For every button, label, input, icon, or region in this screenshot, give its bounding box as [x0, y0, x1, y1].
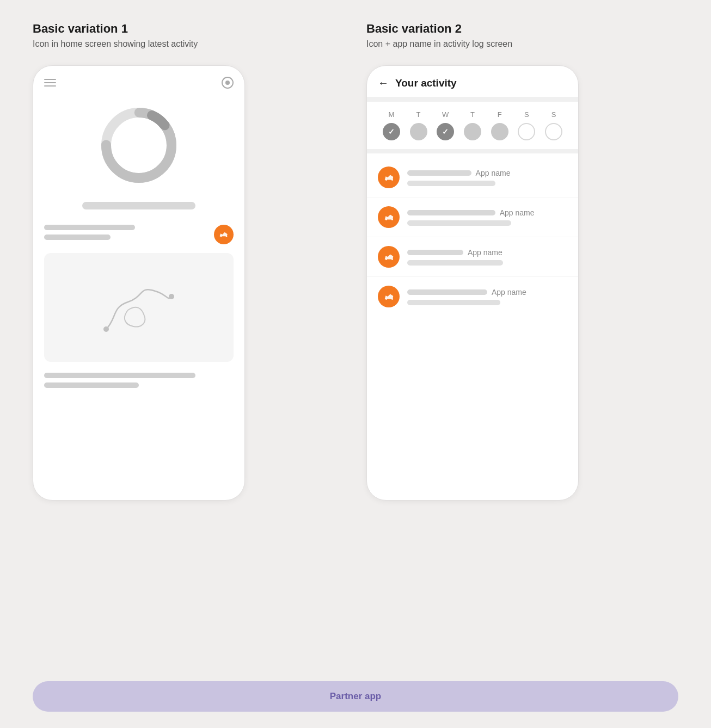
activity-icon-4: [378, 286, 400, 307]
variation-2-subtitle: Icon + app name in activity log screen: [366, 39, 678, 49]
v2-day-label-t1: T: [416, 110, 421, 119]
svg-point-12: [391, 258, 393, 260]
v2-day-circle-f[interactable]: [491, 123, 508, 140]
shoe-icon-4: [383, 291, 395, 303]
activity-item-1[interactable]: App name: [367, 158, 578, 198]
v2-day-label-t2: T: [470, 110, 475, 119]
map-path-svg: [84, 264, 193, 351]
partner-text: Partner app: [330, 691, 381, 701]
v2-day-col-w: W ✓: [437, 110, 454, 140]
shoe-icon-3: [383, 251, 395, 263]
v2-divider-2: [367, 149, 578, 153]
v2-item-bar-4: [407, 289, 487, 295]
hamburger-icon[interactable]: [44, 79, 56, 87]
svg-point-5: [103, 326, 109, 332]
svg-point-10: [391, 219, 393, 220]
v1-bottom-bar-1: [44, 373, 195, 378]
v2-day-col-m: M ✓: [383, 110, 400, 140]
activity-icon-1: [378, 166, 400, 188]
svg-point-9: [385, 219, 387, 220]
activity-item-1-content: App name: [407, 169, 567, 186]
app-name-4: App name: [492, 288, 526, 297]
svg-point-14: [391, 298, 393, 300]
v2-day-label-f: F: [498, 110, 502, 119]
shoe-icon-v1: [218, 229, 229, 240]
svg-point-3: [220, 236, 222, 237]
v2-item-bar-3: [407, 250, 463, 255]
v2-day-label-s2: S: [551, 110, 556, 119]
v2-day-label-s1: S: [524, 110, 529, 119]
v2-item-row-2: App name: [407, 208, 567, 217]
v1-line-2: [44, 235, 111, 240]
v2-day-circle-m[interactable]: ✓: [383, 123, 400, 140]
v2-activity-list: App name: [367, 153, 578, 320]
v2-day-label-m: M: [388, 110, 394, 119]
partner-bar: Partner app: [33, 681, 678, 712]
v2-screen-title: Your activity: [395, 77, 457, 89]
v1-topbar: [44, 77, 234, 89]
v2-item-row-1: App name: [407, 169, 567, 177]
activity-item-4[interactable]: App name: [367, 277, 578, 316]
checkmark-w: ✓: [442, 127, 449, 136]
v2-day-col-s1: S: [518, 110, 535, 140]
app-name-2: App name: [500, 208, 535, 217]
v2-sub-bar-3: [407, 260, 503, 266]
shoe-icon-2: [383, 211, 395, 223]
v1-bottom-bar-2: [44, 382, 139, 388]
v1-map-area: [44, 253, 234, 362]
svg-point-7: [385, 179, 387, 181]
orange-badge-v1: [214, 225, 234, 244]
activity-item-3-content: App name: [407, 248, 567, 266]
v2-sub-bar-4: [407, 300, 500, 305]
v2-day-col-f: F: [491, 110, 508, 140]
v2-divider-1: [367, 97, 578, 102]
v2-day-label-w: W: [442, 110, 449, 119]
svg-point-11: [385, 258, 387, 260]
variation-2-panel: Basic variation 2 Icon + app name in act…: [366, 22, 678, 665]
v1-text-lines: [44, 225, 210, 244]
v2-day-col-t2: T: [464, 110, 481, 140]
app-name-1: App name: [476, 169, 511, 177]
v2-day-col-t1: T: [410, 110, 427, 140]
back-arrow-icon[interactable]: ←: [378, 77, 389, 89]
v2-day-circle-t2[interactable]: [464, 123, 481, 140]
svg-point-4: [226, 236, 228, 237]
v1-bottom-bars: [44, 373, 234, 388]
gear-icon[interactable]: [222, 77, 234, 89]
activity-icon-3: [378, 246, 400, 268]
svg-point-8: [391, 179, 393, 181]
v2-sub-bar-1: [407, 181, 495, 186]
svg-point-13: [385, 298, 387, 300]
v2-item-row-3: App name: [407, 248, 567, 257]
variation-2-title: Basic variation 2: [366, 22, 678, 36]
v2-day-circle-t1[interactable]: [410, 123, 427, 140]
v1-line-1: [44, 225, 135, 230]
variation-1-title: Basic variation 1: [33, 22, 345, 36]
v2-day-circle-w[interactable]: ✓: [437, 123, 454, 140]
v2-day-col-s2: S: [545, 110, 562, 140]
activity-item-2[interactable]: App name: [367, 198, 578, 237]
activity-item-2-content: App name: [407, 208, 567, 226]
v2-day-circle-s1[interactable]: [518, 123, 535, 140]
v1-content-row: [44, 225, 234, 244]
v1-pill-bar: [82, 202, 196, 209]
v2-item-bar-1: [407, 170, 471, 176]
shoe-icon-1: [383, 171, 395, 183]
svg-point-6: [169, 294, 174, 299]
phone-mockup-v2: ← Your activity M ✓ T W: [366, 65, 579, 501]
v2-item-bar-2: [407, 210, 495, 215]
checkmark-m: ✓: [388, 127, 395, 136]
v2-day-circle-s2[interactable]: [545, 123, 562, 140]
v2-item-row-4: App name: [407, 288, 567, 297]
v2-header: ← Your activity: [367, 66, 578, 97]
v2-week-row: M ✓ T W ✓ T: [367, 102, 578, 145]
app-name-3: App name: [468, 248, 502, 257]
activity-item-4-content: App name: [407, 288, 567, 305]
variation-1-panel: Basic variation 1 Icon in home screen sh…: [33, 22, 345, 665]
phone-mockup-v1: [33, 65, 245, 501]
activity-item-3[interactable]: App name: [367, 237, 578, 277]
variation-1-subtitle: Icon in home screen showing latest activ…: [33, 39, 345, 49]
activity-icon-2: [378, 206, 400, 228]
v2-sub-bar-2: [407, 220, 511, 226]
donut-chart: [95, 102, 182, 189]
